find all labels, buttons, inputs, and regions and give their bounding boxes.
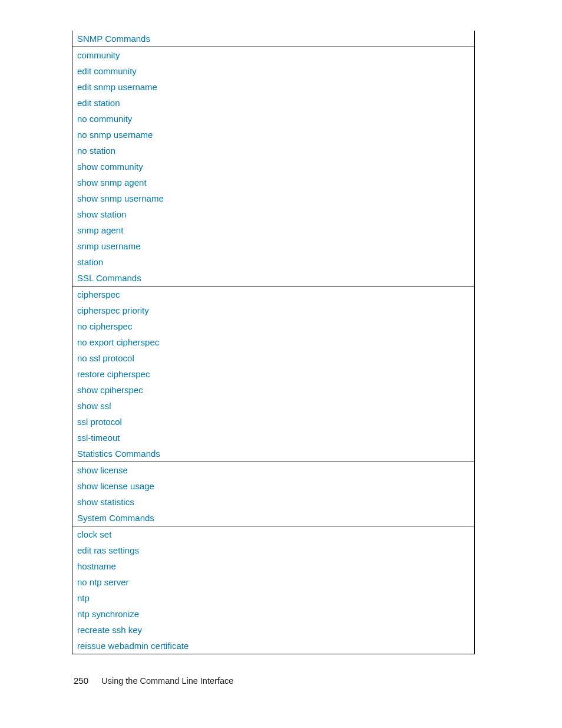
section-link[interactable]: Statistics Commands [77, 449, 160, 459]
command-link[interactable]: show license [77, 465, 128, 475]
command-link[interactable]: show ssl [77, 401, 111, 411]
command-row: show snmp agent [72, 174, 474, 190]
command-row: cipherspec [72, 286, 474, 302]
command-row: ssl protocol [72, 414, 474, 430]
command-link[interactable]: ntp synchronize [77, 609, 139, 619]
command-link[interactable]: cipherspec priority [77, 305, 149, 315]
command-link[interactable]: show station [77, 209, 126, 219]
command-link[interactable]: show snmp agent [77, 177, 147, 187]
command-link[interactable]: ntp [77, 593, 90, 603]
command-row: edit snmp username [72, 79, 474, 95]
command-row: show snmp username [72, 190, 474, 206]
command-row: no station [72, 143, 474, 159]
command-link[interactable]: recreate ssh key [77, 625, 142, 635]
section-heading: SSL Commands [72, 270, 474, 286]
command-link[interactable]: show snmp username [77, 193, 164, 203]
command-row: edit station [72, 95, 474, 111]
command-link[interactable]: edit snmp username [77, 82, 157, 92]
command-row: show license [72, 462, 474, 478]
command-row: cipherspec priority [72, 302, 474, 318]
command-link[interactable]: no ssl protocol [77, 353, 134, 363]
command-row: no ssl protocol [72, 350, 474, 366]
command-row: no cipherspec [72, 318, 474, 334]
command-row: show ssl [72, 398, 474, 414]
command-link[interactable]: no community [77, 114, 132, 124]
page-number: 250 [74, 676, 88, 686]
command-link[interactable]: show license usage [77, 481, 154, 491]
command-row: show cpiherspec [72, 382, 474, 398]
command-link[interactable]: no export cipherspec [77, 337, 159, 347]
command-row: show station [72, 206, 474, 222]
command-row: snmp agent [72, 222, 474, 238]
command-row: edit ras settings [72, 542, 474, 558]
command-row: ntp synchronize [72, 606, 474, 622]
command-link[interactable]: reissue webadmin certificate [77, 641, 189, 651]
command-row: no snmp username [72, 127, 474, 143]
command-row: show statistics [72, 494, 474, 510]
section-link[interactable]: System Commands [77, 513, 154, 523]
command-row: hostname [72, 558, 474, 574]
command-row: ssl-timeout [72, 430, 474, 446]
command-link[interactable]: edit community [77, 66, 137, 76]
section-link[interactable]: SSL Commands [77, 273, 141, 283]
command-link[interactable]: show statistics [77, 497, 134, 507]
command-row: show community [72, 159, 474, 174]
command-row: recreate ssh key [72, 622, 474, 638]
section-heading: SNMP Commands [72, 31, 474, 47]
command-link[interactable]: ssl protocol [77, 417, 122, 427]
command-row: edit community [72, 63, 474, 79]
page-footer: 250 Using the Command Line Interface [74, 676, 233, 686]
command-row: reissue webadmin certificate [72, 638, 474, 654]
command-link[interactable]: hostname [77, 561, 116, 571]
command-row: restore cipherspec [72, 366, 474, 382]
command-row: ntp [72, 590, 474, 606]
command-link[interactable]: community [77, 50, 120, 60]
command-link[interactable]: no ntp server [77, 577, 129, 587]
command-link[interactable]: ssl-timeout [77, 433, 120, 443]
command-link[interactable]: clock set [77, 529, 111, 539]
command-link[interactable]: no snmp username [77, 130, 153, 140]
command-row: station [72, 254, 474, 270]
command-row: community [72, 47, 474, 63]
command-link[interactable]: restore cipherspec [77, 369, 150, 379]
command-link[interactable]: station [77, 257, 103, 267]
command-link[interactable]: cipherspec [77, 289, 120, 299]
command-link[interactable]: no cipherspec [77, 321, 132, 331]
section-link[interactable]: SNMP Commands [77, 34, 150, 44]
command-row: clock set [72, 526, 474, 542]
command-link[interactable]: snmp username [77, 241, 141, 251]
command-link[interactable]: show cpiherspec [77, 385, 143, 395]
command-link[interactable]: edit ras settings [77, 545, 139, 555]
command-table: SNMP Commandscommunityedit communityedit… [72, 31, 475, 654]
command-row: no export cipherspec [72, 334, 474, 350]
command-row: snmp username [72, 238, 474, 254]
command-link[interactable]: no station [77, 146, 115, 156]
section-heading: Statistics Commands [72, 446, 474, 462]
command-row: show license usage [72, 478, 474, 494]
section-heading: System Commands [72, 510, 474, 526]
command-row: no ntp server [72, 574, 474, 590]
command-link[interactable]: snmp agent [77, 225, 123, 235]
command-row: no community [72, 111, 474, 127]
command-link[interactable]: edit station [77, 98, 120, 108]
command-link[interactable]: show community [77, 162, 143, 172]
chapter-title: Using the Command Line Interface [101, 676, 233, 686]
